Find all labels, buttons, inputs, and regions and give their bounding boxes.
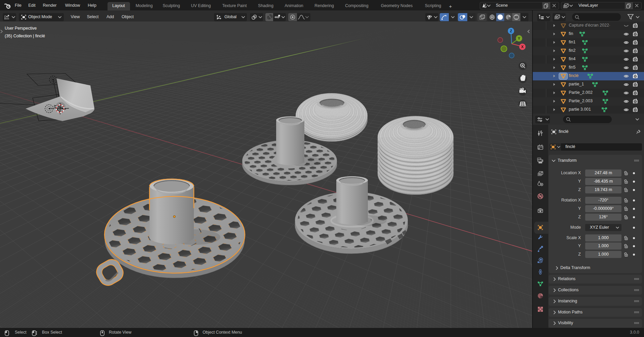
svg-text:Y: Y [518, 36, 520, 40]
svg-text:Z: Z [510, 29, 512, 33]
svg-text:X: X [521, 45, 524, 49]
